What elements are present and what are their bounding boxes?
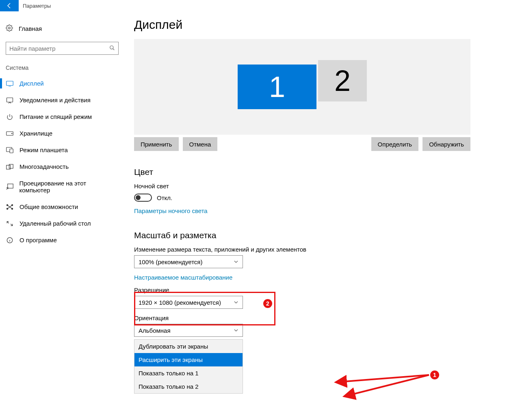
notification-icon: [6, 97, 14, 103]
chevron-down-icon: [234, 327, 238, 334]
apply-button[interactable]: Применить: [134, 137, 179, 151]
svg-rect-2: [6, 81, 13, 86]
sidebar-item-label: Удаленный рабочий стол: [20, 220, 91, 227]
menu-item-only-1[interactable]: Показать только на 1: [134, 366, 243, 380]
monitor-2[interactable]: 2: [318, 60, 367, 101]
sidebar-item-label: Хранилище: [20, 130, 52, 137]
tablet-icon: [6, 147, 14, 153]
svg-rect-3: [7, 98, 13, 102]
night-light-settings-link[interactable]: Параметры ночного света: [134, 207, 208, 214]
scale-section-title: Масштаб и разметка: [134, 230, 495, 240]
window-title: Параметры: [23, 3, 51, 9]
scale-value: 100% (рекомендуется): [139, 258, 202, 265]
sidebar-item-storage[interactable]: Хранилище: [0, 125, 122, 142]
sidebar-item-label: Питание и спящий режим: [20, 113, 92, 120]
night-light-toggle[interactable]: [134, 194, 152, 202]
sidebar-item-tablet[interactable]: Режим планшета: [0, 142, 122, 158]
back-button[interactable]: [0, 0, 19, 11]
svg-rect-7: [10, 149, 13, 153]
search-input-box[interactable]: [6, 42, 119, 55]
monitor-1[interactable]: 1: [238, 65, 316, 109]
sidebar-item-projecting[interactable]: Проецирование на этот компьютер: [0, 175, 122, 198]
sidebar-item-about[interactable]: О программе: [0, 232, 122, 248]
svg-rect-10: [8, 184, 13, 188]
sidebar-item-label: О программе: [20, 237, 57, 243]
multi-display-menu: Дублировать эти экраны Расширить эти экр…: [134, 339, 243, 394]
titlebar: Параметры: [0, 0, 507, 11]
svg-rect-8: [6, 165, 11, 169]
sidebar-item-label: Уведомления и действия: [20, 97, 91, 103]
annotation-badge-1: 1: [430, 370, 439, 379]
svg-point-0: [9, 27, 11, 29]
resolution-label: Разрешение: [134, 286, 495, 293]
annotation-badge-2: 2: [263, 299, 272, 308]
home-link[interactable]: Главная: [0, 20, 122, 37]
power-icon: [6, 114, 14, 120]
sidebar: Главная Система Дисплей Уведомления и де…: [0, 11, 122, 406]
sidebar-item-power[interactable]: Питание и спящий режим: [0, 108, 122, 125]
sidebar-item-label: Общие возможности: [20, 203, 78, 210]
svg-rect-9: [9, 164, 13, 168]
detect-button[interactable]: Обнаружить: [422, 137, 470, 151]
chevron-down-icon: [234, 258, 238, 265]
scale-dropdown[interactable]: 100% (рекомендуется): [134, 255, 243, 268]
toggle-knob: [136, 195, 141, 200]
orientation-value: Альбомная: [139, 327, 171, 334]
svg-point-1: [110, 45, 113, 49]
sidebar-item-label: Режим планшета: [20, 146, 68, 153]
sidebar-item-multitask[interactable]: Многозадачность: [0, 158, 122, 175]
custom-scale-link[interactable]: Настраиваемое масштабирование: [134, 274, 232, 281]
projecting-icon: [6, 183, 14, 190]
identify-button[interactable]: Определить: [371, 137, 419, 151]
color-section-title: Цвет: [134, 167, 495, 177]
display-arrangement[interactable]: 1 2: [134, 39, 470, 135]
sidebar-item-label: Проецирование на этот компьютер: [20, 180, 116, 194]
sidebar-item-shared[interactable]: Общие возможности: [0, 198, 122, 215]
resolution-value: 1920 × 1080 (рекомендуется): [139, 299, 221, 306]
search-icon: [109, 45, 115, 52]
group-label: Система: [0, 64, 122, 75]
search-input[interactable]: [9, 43, 109, 54]
arrow-left-icon: [6, 2, 13, 9]
sidebar-item-display[interactable]: Дисплей: [0, 75, 122, 92]
orientation-dropdown[interactable]: Альбомная: [134, 324, 243, 337]
display-icon: [6, 81, 14, 86]
display-buttons: Применить Отмена Определить Обнаружить: [134, 137, 470, 151]
info-icon: [6, 237, 14, 243]
multitask-icon: [6, 164, 14, 170]
menu-item-duplicate[interactable]: Дублировать эти экраны: [134, 340, 243, 353]
resolution-dropdown[interactable]: 1920 × 1080 (рекомендуется): [134, 296, 243, 309]
svg-point-5: [12, 133, 13, 134]
sidebar-item-label: Дисплей: [20, 80, 44, 87]
scale-label: Изменение размера текста, приложений и д…: [134, 246, 495, 253]
toggle-state: Откл.: [157, 194, 172, 201]
storage-icon: [6, 131, 14, 136]
menu-item-only-2[interactable]: Показать только на 2: [134, 380, 243, 393]
main-content: Дисплей 1 2 Применить Отмена Определить …: [122, 11, 507, 406]
chevron-down-icon: [234, 299, 238, 306]
remote-icon: [6, 220, 14, 227]
night-light-label: Ночной свет: [134, 183, 495, 190]
night-light-toggle-row: Откл.: [134, 194, 495, 202]
gear-icon: [6, 24, 13, 33]
home-label: Главная: [19, 25, 42, 32]
orientation-label: Ориентация: [134, 314, 495, 321]
sidebar-item-remote[interactable]: Удаленный рабочий стол: [0, 215, 122, 232]
page-title: Дисплей: [134, 18, 495, 32]
sidebar-item-label: Многозадачность: [20, 163, 69, 170]
sidebar-item-notifications[interactable]: Уведомления и действия: [0, 92, 122, 108]
cancel-button[interactable]: Отмена: [183, 137, 218, 151]
menu-item-extend[interactable]: Расширить эти экраны: [134, 353, 243, 366]
shared-icon: [6, 204, 14, 210]
